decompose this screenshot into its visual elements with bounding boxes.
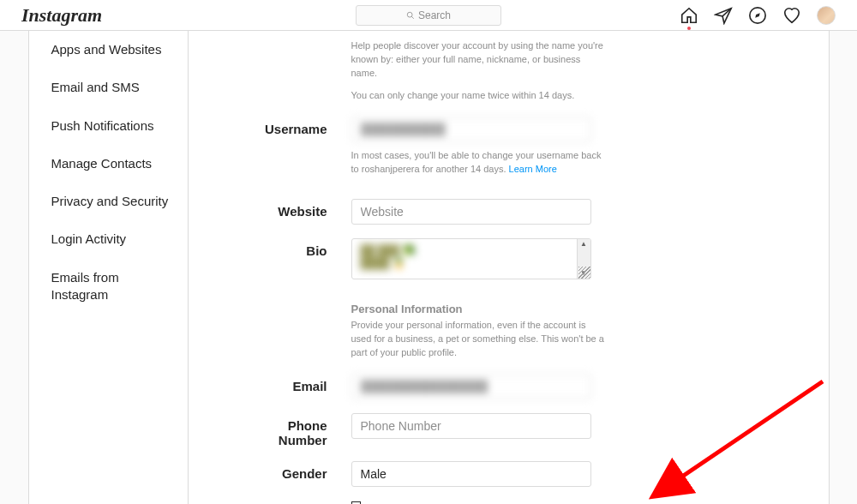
profile-avatar[interactable] — [817, 6, 836, 25]
search-placeholder: Search — [418, 9, 451, 21]
notification-dot — [687, 27, 691, 30]
phone-input[interactable] — [351, 413, 591, 439]
svg-point-0 — [407, 12, 412, 17]
nav-icons — [680, 6, 836, 25]
website-input[interactable] — [351, 199, 591, 225]
name-help-text-2: You can only change your name twice with… — [351, 89, 608, 103]
sidebar-item-push-notifications[interactable]: Push Notifications — [29, 107, 188, 145]
personal-info-heading: Personal Information — [351, 302, 608, 318]
sidebar-item-emails-instagram[interactable]: Emails from Instagram — [29, 259, 188, 315]
settings-main: Help people discover your account by usi… — [189, 31, 829, 504]
settings-container: Apps and Websites Email and SMS Push Not… — [28, 31, 830, 504]
username-label: Username — [240, 117, 351, 136]
instagram-logo[interactable]: Instagram — [21, 6, 102, 25]
personal-info-text: Provide your personal information, even … — [351, 319, 608, 360]
email-label: Email — [240, 374, 351, 393]
username-learn-more-link[interactable]: Learn More — [509, 164, 557, 174]
website-label: Website — [240, 199, 351, 219]
username-input[interactable] — [351, 117, 591, 142]
svg-line-1 — [411, 16, 414, 19]
bio-label: Bio — [240, 238, 351, 258]
messages-icon[interactable] — [714, 6, 733, 25]
sidebar-item-manage-contacts[interactable]: Manage Contacts — [29, 145, 188, 183]
gender-label: Gender — [240, 461, 351, 481]
bio-textarea[interactable]: ██ ███ 🥦████ 🍍 ▲ ▼ — [351, 238, 591, 279]
search-icon — [406, 11, 415, 20]
sidebar-item-apps-websites[interactable]: Apps and Websites — [29, 31, 188, 69]
explore-icon[interactable] — [748, 6, 767, 25]
resize-grip[interactable] — [578, 267, 590, 279]
sidebar-item-login-activity[interactable]: Login Activity — [29, 220, 188, 258]
username-help: In most cases, you'll be able to change … — [351, 150, 602, 174]
gender-input[interactable] — [351, 461, 591, 487]
sidebar-item-email-sms[interactable]: Email and SMS — [29, 69, 188, 106]
top-bar: Instagram Search — [0, 0, 857, 31]
home-icon[interactable] — [680, 6, 698, 25]
settings-sidebar: Apps and Websites Email and SMS Push Not… — [29, 31, 189, 504]
svg-marker-4 — [755, 13, 760, 18]
activity-icon[interactable] — [782, 6, 801, 25]
name-help-text-1: Help people discover your account by usi… — [351, 39, 608, 81]
phone-label: Phone Number — [240, 413, 351, 447]
sidebar-item-privacy-security[interactable]: Privacy and Security — [29, 183, 188, 220]
scroll-up-arrow[interactable]: ▲ — [580, 239, 587, 249]
search-input[interactable]: Search — [356, 5, 501, 26]
email-input[interactable] — [351, 374, 591, 399]
